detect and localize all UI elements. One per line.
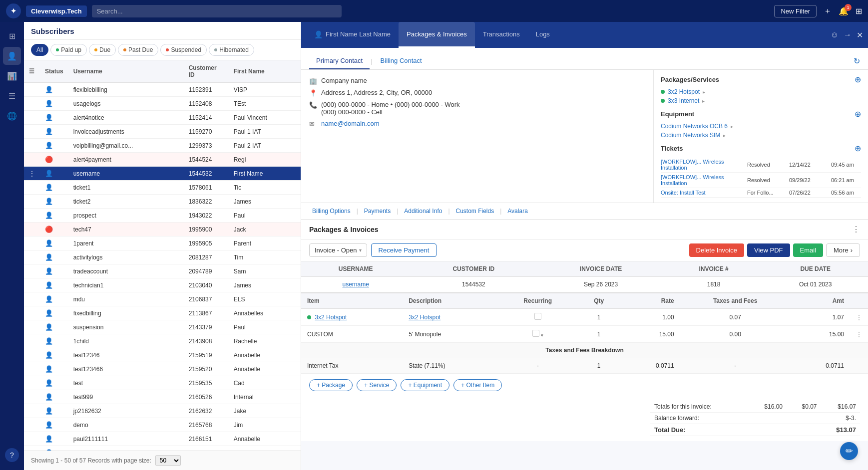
table-row[interactable]: 👤 1parent 1995905 Parent [24,236,301,250]
row-menu-1[interactable]: ⋮ [856,314,862,321]
smiley-icon[interactable]: ☺ [831,30,839,39]
table-row[interactable]: 👤 prospect 1943022 Paul [24,209,301,223]
receive-payment-button[interactable]: Receive Payment [371,243,437,257]
packages-section-menu-icon[interactable]: ⋮ [852,225,860,234]
billing-tab-payments[interactable]: Payments [361,206,394,216]
detail-tab-transactions[interactable]: Transactions [475,22,528,48]
add-other-item-button[interactable]: + Other Item [453,379,502,391]
table-row[interactable]: 👤 test999 2160526 Internal [24,390,301,404]
table-row[interactable]: 🔴 tech47 1995900 Jack [24,223,301,236]
ticket-name-2[interactable]: [WORKFLOW]... Wireless Installation [661,174,745,186]
sidebar-icon-globe[interactable]: 🌐 [3,107,21,125]
new-filter-button[interactable]: New Filter [774,5,817,17]
invoice-username-link[interactable]: username [342,281,369,288]
ticket-name-3[interactable]: Onsite: Install Test [661,190,745,196]
sidebar-icon-home[interactable]: ⊞ [3,27,21,45]
filter-tab-hibernated[interactable]: Hibernated [209,44,254,56]
row-menu-2[interactable]: ⋮ [856,331,862,338]
detail-tab-user[interactable]: 👤 First Name Last Name [306,22,399,48]
user-icon: 👤 [314,30,323,38]
contact-refresh-icon[interactable]: ↻ [854,56,860,66]
table-row[interactable]: 👤 tradeaccount 2094789 Sam [24,264,301,278]
table-row[interactable]: 👤 fixedbilling 2113867 Annabelles [24,306,301,320]
tax-qty-1: 1 [577,358,620,374]
add-package-icon[interactable]: ⊕ [855,75,861,84]
table-row[interactable]: 👤 flexiblebilling 1152391 VISP [24,83,301,97]
table-row[interactable]: 👤 voipbilling@gmail.co... 1299373 Paul 2… [24,139,301,153]
delete-invoice-button[interactable]: Delete Invoice [689,243,744,257]
chat-button[interactable]: ✏ [840,442,858,460]
table-row[interactable]: 👤 test123466 2159520 Annabelle [24,362,301,376]
search-input[interactable] [92,5,342,17]
table-row[interactable]: 👤 jp2162632 2162632 Jake [24,404,301,418]
view-pdf-button[interactable]: View PDF [747,243,790,257]
status-icon: 👤 [45,212,53,219]
grid-menu-icon[interactable]: ⊞ [856,6,862,16]
billing-tab-avalara[interactable]: Avalara [504,206,530,216]
add-package-button[interactable]: + Package [309,379,353,391]
notifications-icon[interactable]: 🔔 1 [839,6,849,16]
add-service-button[interactable]: + Service [357,379,397,391]
table-row[interactable]: 👤 demo 2165768 Jim [24,418,301,432]
billing-tab-additional[interactable]: Additional Info [401,206,445,216]
add-equipment-icon[interactable]: ⊕ [855,109,861,119]
billing-tab-custom[interactable]: Custom Fields [453,206,497,216]
table-row[interactable]: 👤 suspension 2143379 Paul [24,320,301,334]
table-row[interactable]: 👤 ticket1 1578061 Tic [24,181,301,195]
package-link-hotspot[interactable]: 3x2 Hotspot [668,88,700,95]
table-row[interactable]: 👤 test23 2171999 Paul [24,446,301,451]
app-logo: ✦ [6,3,21,18]
table-row[interactable]: 👤 ticket2 1836322 James [24,195,301,209]
row-menu-cell [24,334,40,348]
table-row[interactable]: 👤 invoiceadjustments 1159270 Paul 1 IAT [24,125,301,139]
ticket-name-1[interactable]: [WORKFLOW]... Wireless Installation [661,159,745,171]
filter-tab-due[interactable]: Due [89,44,116,56]
page-size-select[interactable]: 50 100 200 [155,455,181,466]
package-link-internet[interactable]: 3x3 Internet [668,97,699,104]
filter-tab-all[interactable]: All [31,44,48,56]
recurring-dropdown-2[interactable]: ▾ [541,333,543,338]
table-row[interactable]: ⋮ 👤 username 1544532 First Name [24,167,301,181]
row-customerid-cell: 1152414 [184,111,229,125]
detail-tab-logs[interactable]: Logs [528,22,558,48]
equipment-link-2[interactable]: Codium Networks SIM [661,132,720,139]
email-button[interactable]: Email [793,243,824,257]
item-desc-link-1[interactable]: 3x2 Hotspot [409,314,440,321]
table-row[interactable]: 👤 test 2159535 Cad [24,376,301,390]
table-row[interactable]: 👤 1child 2143908 Rachelle [24,334,301,348]
recurring-checkbox-1[interactable] [534,313,541,320]
filter-tab-pastdue[interactable]: Past Due [118,44,158,56]
filter-tab-suspended[interactable]: Suspended [160,44,207,56]
item-link-1[interactable]: 3x2 Hotspot [315,314,347,321]
table-row[interactable]: 👤 usagelogs 1152408 TEst [24,97,301,111]
sidebar-icon-chart[interactable]: 📊 [3,67,21,85]
more-button[interactable]: More › [826,243,860,257]
table-row[interactable]: 👤 alert4notice 1152414 Paul Vincent [24,111,301,125]
help-button[interactable]: ? [5,448,19,462]
close-icon[interactable]: ✕ [857,30,863,40]
detail-tab-packages[interactable]: Packages & Invoices [399,22,475,48]
forward-icon[interactable]: → [844,30,852,39]
table-row[interactable]: 🔴 alert4payment 1544524 Regi [24,153,301,167]
equipment-link-1[interactable]: Codium Networks OCB 6 [661,123,728,130]
filter-tab-paidup[interactable]: Paid up [50,44,87,56]
status-icon: 👤 [45,379,53,387]
recurring-checkbox-2[interactable] [532,330,539,337]
add-icon[interactable]: ＋ [824,6,832,16]
billing-tab-options[interactable]: Billing Options [309,206,354,216]
table-row[interactable]: 👤 mdu 2106837 ELS [24,292,301,306]
sidebar-icon-list[interactable]: ☰ [3,87,21,105]
table-row[interactable]: 👤 test12346 2159519 Annabelle [24,348,301,362]
table-row[interactable]: 👤 activitylogs 2081287 Tim [24,250,301,264]
row-menu-cell [24,153,40,167]
email-link[interactable]: name@domain.com [321,120,380,127]
sub-tab-primary[interactable]: Primary Contact [309,53,370,69]
sidebar-icon-users[interactable]: 👤 [3,47,21,65]
table-row[interactable]: 👤 paul2111111 2166151 Annabelle [24,432,301,446]
table-row[interactable]: 👤 technician1 2103040 James [24,278,301,292]
sub-tab-billing[interactable]: Billing Contact [374,53,429,69]
add-ticket-icon[interactable]: ⊕ [855,144,861,153]
add-equipment-button[interactable]: + Equipment [401,379,449,391]
company-name: Company name [321,77,367,84]
invoice-status-dropdown[interactable]: Invoice - Open ▾ [309,243,367,257]
